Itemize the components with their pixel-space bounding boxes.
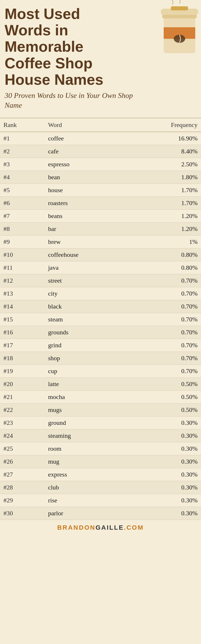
cell-rank: #22: [0, 403, 45, 416]
cell-frequency: 0.30%: [127, 494, 201, 507]
cell-word: coffee: [45, 132, 127, 145]
cell-frequency: 0.30%: [127, 455, 201, 468]
table-row: #21mocha0.50%: [0, 390, 201, 403]
table-row: #6roasters1.70%: [0, 196, 201, 209]
cell-word: cup: [45, 365, 127, 377]
table-row: #9brew1%: [0, 235, 201, 248]
subtitle: 30 Proven Words to Use in Your Own Shop …: [5, 91, 142, 110]
cell-rank: #4: [0, 171, 45, 184]
table-row: #17grind0.70%: [0, 339, 201, 352]
table-row: #12street0.70%: [0, 274, 201, 287]
cell-word: grounds: [45, 326, 127, 339]
table-row: #7beans1.20%: [0, 209, 201, 222]
table-row: #18shop0.70%: [0, 352, 201, 365]
cell-rank: #20: [0, 377, 45, 390]
cell-rank: #6: [0, 196, 45, 209]
col-header-rank: Rank: [0, 118, 45, 132]
cell-word: shop: [45, 352, 127, 365]
table-row: #19cup0.70%: [0, 365, 201, 377]
cell-word: steaming: [45, 429, 127, 442]
cell-frequency: 0.30%: [127, 416, 201, 429]
cell-word: bar: [45, 222, 127, 235]
cell-word: express: [45, 468, 127, 481]
cell-rank: #26: [0, 455, 45, 468]
cell-rank: #8: [0, 222, 45, 235]
cell-frequency: 0.30%: [127, 468, 201, 481]
table-row: #4bean1.80%: [0, 171, 201, 184]
table-row: #5house1.70%: [0, 184, 201, 196]
header-section: Most Used Words in Memorable Coffee Shop…: [0, 0, 201, 113]
cell-frequency: 8.40%: [127, 145, 201, 158]
cell-word: roasters: [45, 196, 127, 209]
cell-frequency: 0.50%: [127, 403, 201, 416]
cell-word: rise: [45, 494, 127, 507]
cell-rank: #21: [0, 390, 45, 403]
cell-rank: #28: [0, 481, 45, 494]
cell-rank: #3: [0, 158, 45, 171]
cell-word: mocha: [45, 390, 127, 403]
cell-rank: #19: [0, 365, 45, 377]
table-row: #27express0.30%: [0, 468, 201, 481]
cell-rank: #7: [0, 209, 45, 222]
cell-frequency: 0.70%: [127, 326, 201, 339]
cell-frequency: 0.80%: [127, 248, 201, 261]
table-row: #13city0.70%: [0, 287, 201, 300]
cell-word: brew: [45, 235, 127, 248]
cell-rank: #16: [0, 326, 45, 339]
cell-word: coffeehouse: [45, 248, 127, 261]
table-row: #10coffeehouse0.80%: [0, 248, 201, 261]
svg-rect-5: [171, 6, 188, 10]
cell-frequency: 1.20%: [127, 209, 201, 222]
table-row: #14black0.70%: [0, 300, 201, 313]
table-row: #28club0.30%: [0, 481, 201, 494]
cell-word: cafe: [45, 145, 127, 158]
cell-word: black: [45, 300, 127, 313]
cell-frequency: 0.30%: [127, 507, 201, 520]
cell-word: beans: [45, 209, 127, 222]
cell-frequency: 0.30%: [127, 481, 201, 494]
cell-rank: #29: [0, 494, 45, 507]
cell-word: java: [45, 261, 127, 274]
cell-frequency: 0.70%: [127, 339, 201, 352]
cell-word: steam: [45, 313, 127, 326]
cell-word: city: [45, 287, 127, 300]
cell-rank: #2: [0, 145, 45, 158]
cell-rank: #18: [0, 352, 45, 365]
cell-rank: #12: [0, 274, 45, 287]
cell-frequency: 1.70%: [127, 184, 201, 196]
cell-frequency: 16.90%: [127, 132, 201, 145]
cell-frequency: 0.50%: [127, 377, 201, 390]
cell-word: parlor: [45, 507, 127, 520]
cell-frequency: 0.30%: [127, 442, 201, 455]
cell-rank: #10: [0, 248, 45, 261]
cell-frequency: 0.30%: [127, 429, 201, 442]
table-row: #20latte0.50%: [0, 377, 201, 390]
table-row: #2cafe8.40%: [0, 145, 201, 158]
cell-frequency: 0.70%: [127, 365, 201, 377]
table-container: Rank Word Frequency #1coffee16.90%#2cafe…: [0, 118, 201, 520]
cell-rank: #30: [0, 507, 45, 520]
cell-frequency: 0.70%: [127, 274, 201, 287]
cell-word: mug: [45, 455, 127, 468]
cell-rank: #13: [0, 287, 45, 300]
cell-word: ground: [45, 416, 127, 429]
cell-rank: #25: [0, 442, 45, 455]
table-row: #8bar1.20%: [0, 222, 201, 235]
cell-frequency: 1%: [127, 235, 201, 248]
table-header-row: Rank Word Frequency: [0, 118, 201, 132]
cell-word: club: [45, 481, 127, 494]
cell-rank: #27: [0, 468, 45, 481]
words-table: Rank Word Frequency #1coffee16.90%#2cafe…: [0, 118, 201, 520]
cell-word: house: [45, 184, 127, 196]
cell-rank: #23: [0, 416, 45, 429]
cell-frequency: 0.80%: [127, 261, 201, 274]
cell-rank: #11: [0, 261, 45, 274]
cell-rank: #15: [0, 313, 45, 326]
cell-word: espresso: [45, 158, 127, 171]
cell-frequency: 1.70%: [127, 196, 201, 209]
cell-word: mugs: [45, 403, 127, 416]
cell-frequency: 2.50%: [127, 158, 201, 171]
cell-rank: #14: [0, 300, 45, 313]
cell-word: latte: [45, 377, 127, 390]
cell-frequency: 1.20%: [127, 222, 201, 235]
